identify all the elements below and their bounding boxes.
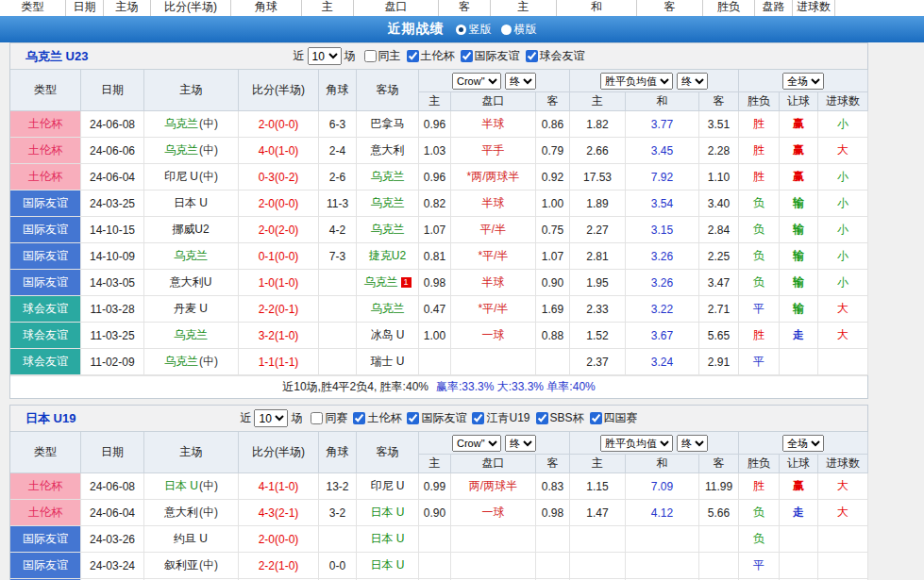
home-team-name[interactable]: 挪威U2	[172, 222, 209, 238]
filter-checkbox[interactable]: 同主	[364, 48, 401, 64]
home-team[interactable]: 印尼 U(中)	[144, 164, 239, 191]
filter-checkbox[interactable]: 四国赛	[590, 410, 638, 426]
asian-odds-stage-select[interactable]: 终	[505, 435, 536, 452]
home-team[interactable]: 日本 U(中)	[144, 473, 239, 500]
away-team[interactable]: 瑞士 U	[357, 349, 419, 375]
away-team[interactable]: 意大利	[357, 138, 419, 164]
filter-checkbox[interactable]: SBS杯	[536, 410, 584, 426]
filter-checkbox[interactable]: 国际友谊	[407, 410, 466, 426]
filter-controls: 近 10 场 同赛土伦杯国际友谊江青U19SBS杯四国赛	[240, 409, 637, 427]
home-team-name[interactable]: 乌克兰	[164, 354, 198, 370]
filter-checkbox[interactable]: 球会友谊	[526, 48, 585, 64]
recent-count-select[interactable]: 10	[308, 47, 342, 65]
away-team-name[interactable]: 日本 U	[371, 505, 405, 521]
away-team[interactable]: 乌克兰	[357, 217, 419, 243]
home-team[interactable]: 乌克兰	[144, 243, 239, 270]
asian-odds-stage-select[interactable]: 终	[505, 73, 536, 90]
away-team-name[interactable]: 乌克兰	[371, 195, 405, 211]
away-team[interactable]: 乌克兰	[357, 296, 419, 323]
checkbox-input[interactable]	[461, 50, 473, 62]
home-team[interactable]: 丹麦 U	[144, 296, 239, 323]
away-team-name[interactable]: 瑞士 U	[371, 354, 405, 370]
home-team-name[interactable]: 约旦 U	[174, 531, 208, 547]
filter-checkbox[interactable]: 土伦杯	[407, 48, 455, 64]
checkbox-input[interactable]	[472, 412, 484, 424]
away-team-name[interactable]: 捷克U2	[369, 248, 406, 264]
checkbox-input[interactable]	[590, 412, 602, 424]
away-team-name[interactable]: 乌克兰	[371, 169, 405, 185]
away-team[interactable]: 乌克兰1	[357, 270, 419, 296]
home-team[interactable]: 挪威U2	[144, 217, 239, 243]
away-team[interactable]: 捷克U2	[357, 243, 419, 270]
checkbox-input[interactable]	[364, 50, 377, 62]
euro-odds-type-select[interactable]: 胜平负均值	[600, 73, 673, 90]
euro-odds-stage-select[interactable]: 终	[677, 435, 708, 452]
away-team-name[interactable]: 意大利	[371, 142, 405, 158]
filter-checkbox[interactable]: 国际友谊	[461, 48, 520, 64]
recent-count-select[interactable]: 10	[254, 409, 288, 427]
home-team-name[interactable]: 乌克兰	[164, 116, 198, 132]
home-team[interactable]: 日本 U	[144, 191, 239, 217]
home-team-name[interactable]: 日本 U	[174, 195, 208, 211]
home-team[interactable]: 乌克兰	[144, 323, 239, 349]
away-team[interactable]: 巴拿马	[357, 111, 419, 138]
filter-checkbox[interactable]: 同赛	[311, 410, 347, 426]
checkbox-input[interactable]	[407, 412, 419, 424]
home-team-name[interactable]: 印尼 U	[164, 169, 198, 185]
home-team[interactable]: 乌克兰(中)	[144, 349, 239, 375]
home-team[interactable]: 乌克兰(中)	[144, 138, 239, 164]
euro-odds-select-cell: 胜平负均值 终	[570, 432, 739, 455]
home-team-name[interactable]: 乌克兰	[174, 327, 208, 343]
score: 0-3(0-2)	[239, 164, 319, 191]
away-team[interactable]: 乌克兰	[357, 191, 419, 217]
away-team-name[interactable]: 巴拿马	[371, 116, 405, 132]
away-team-name[interactable]: 乌克兰	[364, 274, 398, 290]
home-team[interactable]: 意大利(中)	[144, 500, 239, 526]
checkbox-input[interactable]	[536, 412, 548, 424]
match-scope-select[interactable]: 全场	[782, 435, 824, 452]
away-team[interactable]: 日本 U	[357, 526, 419, 553]
checkbox-input[interactable]	[353, 412, 365, 424]
away-team-name[interactable]: 日本 U	[371, 531, 405, 547]
home-team[interactable]: 约旦 U	[144, 526, 239, 553]
filter-checkbox[interactable]: 土伦杯	[353, 410, 401, 426]
checkbox-input[interactable]	[407, 50, 419, 62]
asian-odds-company-select[interactable]: Crow"	[452, 73, 501, 90]
away-team-name[interactable]: 冰岛 U	[371, 327, 405, 343]
away-team[interactable]: 冰岛 U	[357, 323, 419, 349]
euro-odds-type-select[interactable]: 胜平负均值	[600, 435, 673, 452]
away-team-name[interactable]: 印尼 U	[371, 478, 405, 494]
column-header: 盘路	[755, 0, 793, 16]
away-team-name[interactable]: 乌克兰	[371, 301, 405, 317]
home-team-name[interactable]: 意大利	[164, 505, 198, 521]
away-team-name[interactable]: 日本 U	[371, 557, 405, 573]
away-team[interactable]: 日本 U	[357, 553, 419, 579]
horizontal-layout-radio[interactable]: 横版	[501, 22, 537, 38]
column-header: 盘口	[354, 0, 439, 16]
col-type: 类型	[10, 432, 81, 473]
away-team-name[interactable]: 乌克兰	[371, 222, 405, 238]
col-goals: 进球数	[818, 92, 868, 111]
home-team-name[interactable]: 乌克兰	[164, 142, 198, 158]
match-scope-select[interactable]: 全场	[782, 73, 824, 90]
checkbox-input[interactable]	[311, 412, 323, 424]
home-team-name[interactable]: 乌克兰	[174, 248, 208, 264]
away-team[interactable]: 印尼 U	[357, 473, 419, 500]
filter-checkbox[interactable]: 江青U19	[472, 410, 529, 426]
home-team-name[interactable]: 叙利亚	[164, 557, 198, 573]
euro-odds-stage-select[interactable]: 终	[677, 73, 708, 90]
col-date: 日期	[81, 70, 144, 111]
home-team-name[interactable]: 意大利U	[170, 274, 212, 290]
away-team[interactable]: 日本 U	[357, 500, 419, 526]
checkbox-input[interactable]	[526, 50, 538, 62]
vertical-layout-radio[interactable]: 竖版	[456, 22, 492, 38]
home-team[interactable]: 叙利亚(中)	[144, 553, 239, 579]
home-team-name[interactable]: 日本 U	[164, 478, 198, 494]
home-team-name[interactable]: 丹麦 U	[174, 301, 208, 317]
table-header: 类型 日期 主场 比分(半场) 角球 客场 Crow" 终 胜平负均值 终 全场…	[10, 70, 867, 111]
home-team[interactable]: 意大利U	[144, 270, 239, 296]
home-team[interactable]: 乌克兰(中)	[144, 111, 239, 138]
euro-away-odds: 2.84	[699, 217, 739, 243]
away-team[interactable]: 乌克兰	[357, 164, 419, 191]
asian-odds-company-select[interactable]: Crow"	[452, 435, 501, 452]
